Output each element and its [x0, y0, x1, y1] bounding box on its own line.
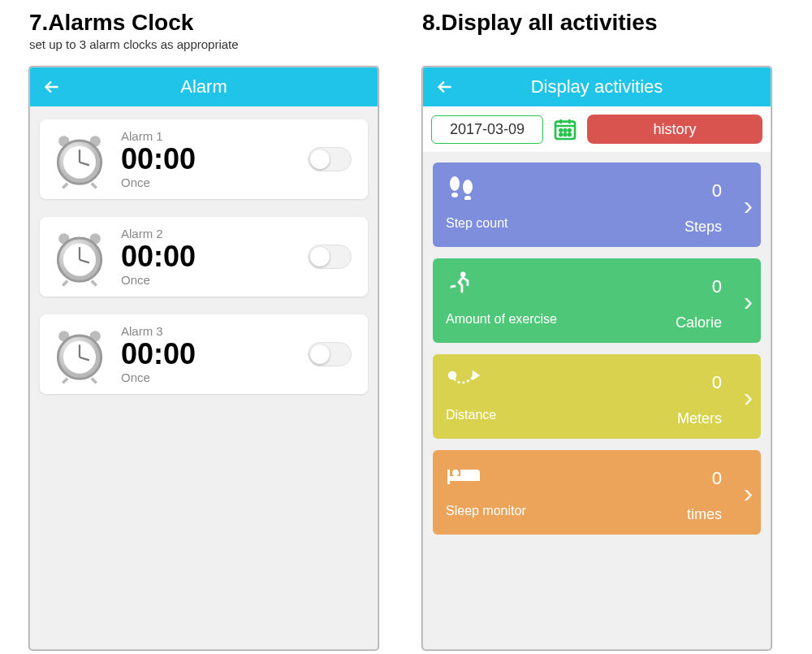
section-7-subtitle: set up to 3 alarm clocks as appropriate: [29, 37, 239, 51]
activity-value: 0: [712, 372, 722, 393]
runner-icon: [446, 270, 748, 297]
svg-point-22: [559, 133, 562, 136]
svg-point-27: [463, 180, 473, 194]
bed-icon: [446, 461, 748, 489]
svg-rect-33: [447, 470, 450, 484]
alarm-name: Alarm 3: [121, 324, 196, 338]
activities-list: Step count 0 Steps › Amount of exercise …: [423, 153, 771, 556]
chevron-right-icon: ›: [744, 162, 753, 247]
calendar-icon[interactable]: [551, 115, 579, 143]
alarm-card[interactable]: Alarm 2 00:00 Once: [40, 217, 368, 297]
section-8-header: 8.Display all activities: [422, 10, 658, 36]
alarm-repeat: Once: [121, 370, 196, 384]
activities-phone: Display activities 2017-03-09 history St…: [422, 67, 771, 650]
alarm-name: Alarm 2: [121, 227, 196, 240]
alarm-clock-icon: [50, 324, 110, 384]
back-arrow-icon: [41, 76, 63, 97]
alarm-screen-title: Alarm: [30, 76, 378, 97]
svg-point-34: [452, 470, 459, 476]
back-button[interactable]: [41, 67, 63, 106]
alarm-card[interactable]: Alarm 3 00:00 Once: [40, 314, 368, 394]
svg-point-26: [451, 193, 458, 197]
alarm-card[interactable]: Alarm 1 00:00 Once: [40, 119, 368, 199]
alarm-text: Alarm 3 00:00 Once: [121, 324, 196, 384]
activity-unit: Meters: [677, 410, 722, 427]
svg-point-28: [464, 196, 471, 200]
route-icon: [446, 366, 748, 393]
back-arrow-icon: [434, 76, 456, 97]
activity-value: 0: [712, 276, 722, 297]
date-selector[interactable]: 2017-03-09: [431, 115, 543, 144]
activity-card-sleep[interactable]: Sleep monitor 0 times ›: [433, 450, 761, 535]
chevron-right-icon: ›: [744, 450, 753, 535]
svg-point-24: [568, 133, 571, 136]
activity-unit: times: [687, 506, 722, 523]
svg-point-21: [568, 129, 571, 132]
alarm-name: Alarm 1: [121, 129, 196, 143]
activities-controls: 2017-03-09 history: [423, 106, 771, 153]
footprints-icon: [446, 174, 748, 201]
activities-topbar: Display activities: [423, 67, 771, 106]
section-7-title: 7.Alarms Clock: [29, 10, 239, 36]
section-7-header: 7.Alarms Clock set up to 3 alarm clocks …: [29, 10, 239, 51]
alarm-list: Alarm 1 00:00 Once Alarm 2 00:00: [30, 106, 378, 420]
chevron-right-icon: ›: [744, 354, 753, 439]
activity-card-distance[interactable]: Distance 0 Meters ›: [433, 354, 761, 439]
activity-value: 0: [712, 468, 722, 489]
alarm-phone: Alarm Alarm 1 00:00 Once: [29, 67, 378, 650]
alarm-topbar: Alarm: [30, 67, 378, 106]
alarm-toggle[interactable]: [308, 342, 352, 366]
history-button[interactable]: history: [587, 115, 762, 144]
svg-point-31: [451, 375, 454, 377]
back-button[interactable]: [434, 67, 456, 106]
alarm-clock-icon: [50, 129, 110, 189]
activities-screen-title: Display activities: [423, 76, 771, 97]
activity-unit: Steps: [685, 219, 722, 236]
alarm-toggle[interactable]: [308, 147, 352, 171]
chevron-right-icon: ›: [744, 258, 753, 343]
alarm-time: 00:00: [121, 143, 196, 175]
alarm-toggle[interactable]: [308, 245, 352, 269]
svg-point-20: [564, 129, 567, 132]
activity-card-steps[interactable]: Step count 0 Steps ›: [433, 162, 761, 247]
section-8-title: 8.Display all activities: [422, 10, 658, 36]
alarm-time: 00:00: [121, 240, 196, 273]
alarm-time: 00:00: [121, 338, 196, 370]
activity-card-exercise[interactable]: Amount of exercise 0 Calorie ›: [433, 258, 761, 343]
alarm-clock-icon: [50, 227, 110, 287]
activity-unit: Calorie: [676, 314, 722, 331]
svg-point-25: [450, 176, 460, 191]
svg-point-19: [559, 129, 562, 132]
alarm-text: Alarm 1 00:00 Once: [121, 129, 196, 189]
alarm-text: Alarm 2 00:00 Once: [121, 227, 196, 287]
alarm-repeat: Once: [121, 175, 196, 189]
activity-value: 0: [712, 180, 722, 201]
svg-point-23: [564, 133, 567, 136]
svg-rect-32: [447, 476, 480, 481]
svg-point-29: [460, 271, 466, 277]
alarm-repeat: Once: [121, 273, 196, 287]
